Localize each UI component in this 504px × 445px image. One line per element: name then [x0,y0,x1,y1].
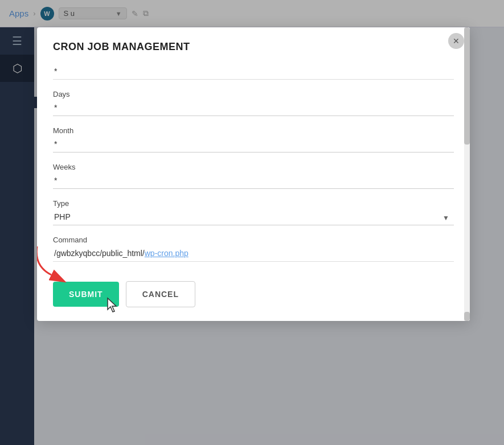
month-label: Month [53,126,454,135]
modal-title: CRON JOB MANAGEMENT [53,41,454,53]
form-field-first-asterisk: * [53,64,454,80]
form-field-command: Command /gwbzkyqbcc/public_html/wp-cron.… [53,236,454,262]
modal-close-button[interactable]: ✕ [448,33,464,49]
type-select-wrapper: PHP Perl Python URL ▼ [53,210,454,225]
cancel-button[interactable]: CANCEL [126,281,195,307]
form-field-type: Type PHP Perl Python URL ▼ [53,199,454,225]
cron-job-modal: ✕ CRON JOB MANAGEMENT * Days Month Weeks… [37,27,470,321]
type-select[interactable]: PHP Perl Python URL [53,210,454,225]
command-path-plain: /gwbzkyqbcc/public_html/ [54,249,145,258]
form-field-month: Month [53,126,454,153]
type-label: Type [53,199,454,208]
submit-button[interactable]: SUBMIT [53,282,119,307]
close-icon: ✕ [453,36,460,46]
weeks-label: Weeks [53,163,454,171]
scrollbar-thumb-top [464,27,470,145]
form-field-days: Days [53,90,454,116]
command-path-link[interactable]: wp-cron.php [145,249,189,258]
days-input[interactable] [53,101,454,116]
weeks-input[interactable] [53,174,454,189]
asterisk-value-1: * [53,64,454,80]
month-input[interactable] [53,137,454,153]
days-label: Days [53,90,454,98]
command-label: Command [53,236,454,244]
modal-footer: SUBMIT CANCEL [37,272,470,321]
form-field-weeks: Weeks [53,163,454,189]
command-value: /gwbzkyqbcc/public_html/wp-cron.php [53,246,454,262]
modal-body: CRON JOB MANAGEMENT * Days Month Weeks T… [37,27,470,272]
